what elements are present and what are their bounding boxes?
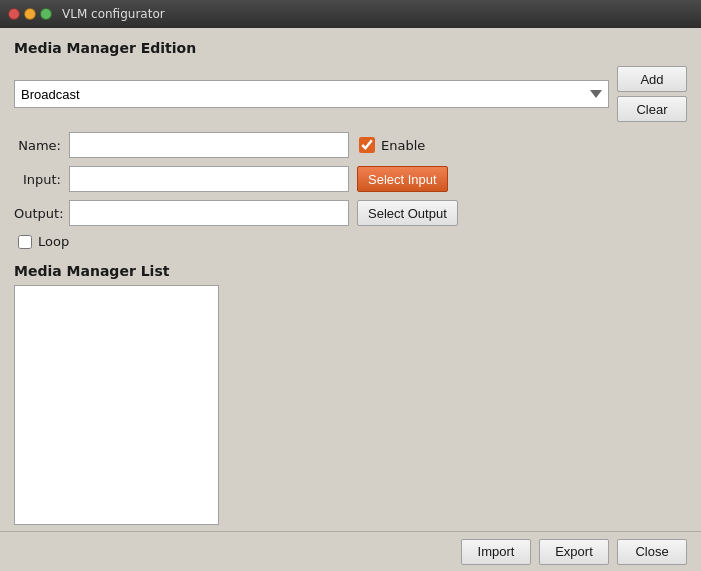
media-manager-list-title: Media Manager List [14,263,687,279]
enable-section: Enable [359,137,425,153]
media-list-box[interactable] [14,285,219,525]
close-window-button[interactable] [8,8,20,20]
bottom-bar: Import Export Close [0,531,701,571]
loop-row: Loop [18,234,687,249]
add-clear-buttons: Add Clear [617,66,687,122]
minimize-window-button[interactable] [24,8,36,20]
window-title: VLM configurator [62,7,165,21]
export-button[interactable]: Export [539,539,609,565]
window-controls [8,8,52,20]
output-field[interactable] [69,200,349,226]
import-button[interactable]: Import [461,539,531,565]
title-bar: VLM configurator [0,0,701,28]
output-row: Output: Select Output [14,200,687,226]
input-field[interactable] [69,166,349,192]
select-input-action: Select Input [357,166,448,192]
clear-button[interactable]: Clear [617,96,687,122]
maximize-window-button[interactable] [40,8,52,20]
select-input-button[interactable]: Select Input [357,166,448,192]
name-input[interactable] [69,132,349,158]
loop-label: Loop [38,234,69,249]
input-label: Input: [14,172,69,187]
name-label: Name: [14,138,69,153]
window-body: Media Manager Edition Broadcast Add Clea… [0,28,701,537]
enable-label: Enable [381,138,425,153]
media-manager-edition-title: Media Manager Edition [14,40,687,56]
input-row: Input: Select Input [14,166,687,192]
loop-checkbox[interactable] [18,235,32,249]
broadcast-select[interactable]: Broadcast [14,80,609,108]
media-manager-list-section: Media Manager List [14,263,687,525]
close-button[interactable]: Close [617,539,687,565]
select-output-action: Select Output [357,200,458,226]
select-output-button[interactable]: Select Output [357,200,458,226]
output-label: Output: [14,206,69,221]
enable-checkbox[interactable] [359,137,375,153]
add-button[interactable]: Add [617,66,687,92]
top-controls: Broadcast Add Clear [14,66,687,122]
name-row: Name: Enable [14,132,687,158]
